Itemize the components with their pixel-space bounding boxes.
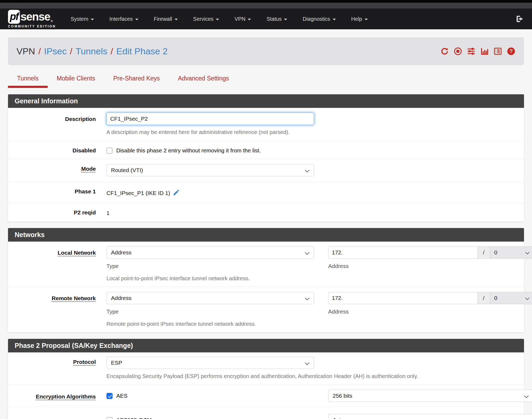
tab-pre-shared-keys[interactable]: Pre-Shared Keys: [104, 75, 169, 82]
disabled-checkbox-label: Disable this phase 2 entry without remov…: [116, 147, 261, 154]
aes-checkbox[interactable]: [106, 393, 113, 399]
section-title: Networks: [8, 228, 524, 242]
window-title-strip: [0, 3, 532, 9]
protocol-label: Protocol: [73, 359, 96, 365]
tab-bar: Tunnels Mobile Clients Pre-Shared Keys A…: [8, 75, 524, 90]
nav-item-firewall[interactable]: Firewall: [146, 16, 185, 22]
remote-network-type-select[interactable]: Address: [106, 292, 314, 304]
nav-item-interfaces[interactable]: Interfaces: [102, 16, 146, 22]
tab-tunnels[interactable]: Tunnels: [8, 75, 48, 82]
nav-menu: System Interfaces Firewall Services VPN …: [63, 16, 375, 22]
aes128gcm-label: AES128-GCM: [116, 417, 152, 419]
edit-phase1-button[interactable]: [173, 189, 180, 197]
remote-network-label: Remote Network: [52, 295, 96, 302]
row-mode: Mode Routed (VTI): [8, 159, 524, 182]
svg-text:?: ?: [509, 48, 513, 54]
section-phase2-proposal: Phase 2 Proposal (SA/Key Exchange) Proto…: [8, 339, 524, 419]
aes-label: AES: [116, 393, 127, 399]
section-body: Description A description may be entered…: [8, 108, 524, 222]
aes128gcm-bits-select[interactable]: Auto: [328, 414, 532, 419]
nav-item-system[interactable]: System: [63, 16, 102, 22]
description-input[interactable]: [106, 113, 314, 125]
row-encryption-aes128gcm: AES128-GCM Auto: [8, 407, 524, 419]
tab-mobile-clients[interactable]: Mobile Clients: [48, 75, 104, 82]
section-body: Local Network Address Type / 0: [8, 242, 524, 332]
breadcrumb-separator: /: [38, 46, 41, 56]
breadcrumb-separator: /: [111, 46, 113, 56]
pfsense-logo[interactable]: pf sense ® COMMUNITY EDITION: [8, 10, 56, 28]
caret-down-icon: [284, 19, 287, 20]
local-network-type-select[interactable]: Address: [106, 246, 314, 259]
tab-advanced-settings[interactable]: Advanced Settings: [169, 75, 238, 82]
section-general-information: General Information Description A descri…: [8, 94, 524, 222]
local-network-mask-select[interactable]: 0: [490, 246, 532, 259]
remote-network-mask-select[interactable]: 0: [490, 292, 532, 304]
pencil-icon: [173, 189, 180, 196]
log-list-icon[interactable]: [493, 47, 502, 56]
mode-label: Mode: [81, 166, 96, 172]
row-remote-network: Remote Network Address Type / 0: [8, 287, 524, 332]
remote-network-help: Remote point-to-point IPsec interface tu…: [106, 321, 532, 327]
breadcrumb-panel: VPN / IPsec / Tunnels / Edit Phase 2: [8, 37, 524, 65]
window-top-edge: [0, 0, 532, 3]
phase1-value: CF1_IPsec_P1 (IKE ID 1): [106, 190, 170, 196]
aes128gcm-checkbox[interactable]: [106, 417, 113, 419]
description-label: Description: [8, 108, 96, 141]
page-action-icons: ?: [440, 47, 515, 56]
help-icon[interactable]: ?: [507, 47, 515, 56]
community-edition-label: COMMUNITY EDITION: [8, 25, 56, 28]
row-protocol: Protocol ESP Encapsulating Security Payl…: [8, 352, 524, 385]
aes-bits-select[interactable]: 256 bits: [328, 390, 532, 402]
remote-cidr-separator: /: [478, 292, 490, 304]
local-network-address-input[interactable]: [328, 246, 478, 259]
description-help: A description may be entered here for ad…: [106, 129, 517, 135]
protocol-select[interactable]: ESP: [106, 357, 314, 369]
caret-down-icon: [91, 19, 94, 20]
row-encryption-aes: Encryption Algorithms AES 256 bits: [8, 385, 524, 407]
navbar: pf sense ® COMMUNITY EDITION System Inte…: [0, 9, 532, 29]
breadcrumb-tunnels-link[interactable]: Tunnels: [76, 46, 108, 56]
nav-item-status[interactable]: Status: [259, 16, 295, 22]
row-local-network: Local Network Address Type / 0: [8, 242, 524, 287]
local-type-caption: Type: [106, 263, 314, 269]
protocol-help: Encapsulating Security Payload (ESP) per…: [106, 373, 517, 379]
row-disabled: Disabled Disable this phase 2 entry with…: [8, 141, 524, 159]
sense-wordmark: sense: [20, 11, 50, 22]
remote-network-address-input[interactable]: [328, 292, 478, 304]
caret-down-icon: [365, 19, 368, 20]
row-phase1: Phase 1 CF1_IPsec_P1 (IKE ID 1): [8, 182, 524, 203]
caret-down-icon: [248, 19, 251, 20]
logout-button[interactable]: [515, 15, 524, 23]
refresh-icon[interactable]: [440, 47, 449, 56]
page-content: VPN / IPsec / Tunnels / Edit Phase 2: [0, 29, 532, 419]
breadcrumb-vpn: VPN: [17, 46, 35, 56]
section-networks: Networks Local Network Address Type /: [8, 228, 524, 332]
row-p2reqid: P2 reqid 1: [8, 203, 524, 222]
nav-item-diagnostics[interactable]: Diagnostics: [295, 16, 343, 22]
local-network-help: Local point-to-point IPsec interface tun…: [106, 275, 532, 282]
page-title: Edit Phase 2: [116, 46, 168, 56]
remote-type-caption: Type: [106, 308, 314, 315]
chart-icon[interactable]: [480, 47, 489, 56]
phase1-label: Phase 1: [8, 182, 96, 203]
row-description: Description A description may be entered…: [8, 108, 524, 141]
breadcrumb-separator: /: [70, 46, 72, 56]
registered-mark: ®: [51, 20, 53, 23]
nav-item-services[interactable]: Services: [185, 16, 227, 22]
section-title: General Information: [8, 94, 524, 108]
breadcrumb-ipsec-link[interactable]: IPsec: [44, 46, 67, 56]
sliders-icon[interactable]: [467, 47, 476, 56]
sign-out-icon: [515, 15, 524, 23]
local-address-caption: Address: [328, 263, 532, 269]
breadcrumb: VPN / IPsec / Tunnels / Edit Phase 2: [17, 46, 168, 56]
pf-logo-box: pf: [8, 10, 20, 24]
stop-circle-icon[interactable]: [453, 47, 462, 56]
section-body: Protocol ESP Encapsulating Security Payl…: [8, 352, 524, 419]
local-network-label: Local Network: [57, 250, 96, 256]
p2reqid-label: P2 reqid: [8, 203, 96, 222]
nav-item-help[interactable]: Help: [344, 16, 376, 22]
mode-select[interactable]: Routed (VTI): [106, 164, 314, 176]
disabled-checkbox[interactable]: [106, 148, 113, 154]
nav-item-vpn[interactable]: VPN: [227, 16, 259, 22]
local-cidr-separator: /: [478, 246, 490, 259]
